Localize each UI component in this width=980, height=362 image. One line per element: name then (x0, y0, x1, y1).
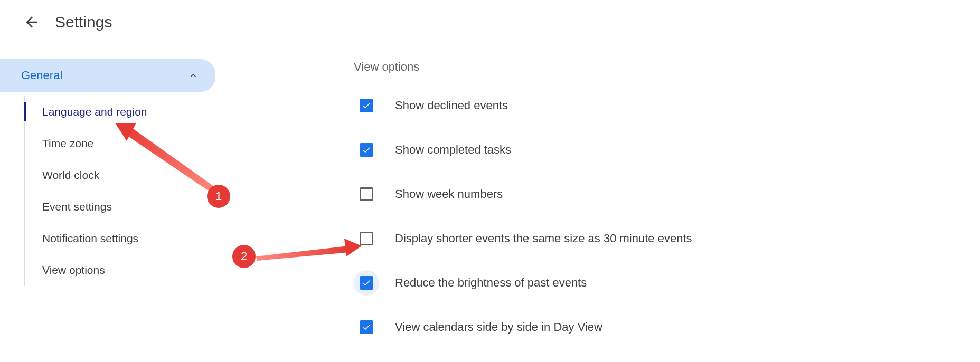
option-label: Show week numbers (395, 187, 503, 201)
section-title: View options (354, 60, 980, 74)
option-side-by-side: View calendars side by side in Day View (354, 315, 980, 340)
checkbox-wrap (354, 270, 379, 296)
checkbox-wrap (354, 137, 379, 163)
annotation-badge-2: 2 (232, 245, 256, 268)
checkbox-show-declined[interactable] (360, 99, 373, 112)
sidebar-item-label: Language and region (42, 106, 147, 118)
checkbox-wrap (354, 93, 379, 118)
sidebar-item-label: World clock (42, 169, 99, 181)
annotation-arrow-2 (253, 236, 364, 263)
checkbox-wrap (354, 182, 379, 207)
option-label: Reduce the brightness of past events (395, 276, 587, 290)
back-arrow-icon[interactable] (23, 14, 40, 31)
annotation-badge-label: 2 (241, 250, 247, 263)
sidebar-item-view-options[interactable]: View options (25, 254, 222, 286)
svg-marker-0 (124, 126, 214, 193)
sidebar-item-label: View options (42, 264, 105, 276)
checkbox-side-by-side[interactable] (360, 320, 373, 334)
checkbox-wrap (354, 315, 379, 340)
checkbox-show-week-numbers[interactable] (360, 187, 373, 201)
page-title: Settings (55, 13, 112, 31)
svg-marker-3 (344, 239, 362, 256)
sidebar-category-label: General (21, 69, 62, 82)
annotation-arrow-1 (111, 119, 222, 208)
annotation-badge-1: 1 (207, 185, 230, 208)
option-show-declined: Show declined events (354, 93, 980, 118)
sidebar-item-label: Notification settings (42, 232, 138, 244)
sidebar-item-label: Time zone (42, 137, 93, 149)
svg-marker-2 (256, 246, 350, 261)
sidebar-category-general[interactable]: General (0, 59, 215, 92)
option-label: View calendars side by side in Day View (395, 320, 602, 334)
option-label: Show completed tasks (395, 143, 511, 157)
checkbox-reduce-brightness[interactable] (360, 276, 373, 290)
settings-main: View options Show declined events Show c… (222, 44, 980, 359)
annotation-badge-label: 1 (215, 189, 222, 203)
checkbox-show-completed[interactable] (360, 143, 373, 157)
chevron-up-icon (188, 70, 199, 81)
option-label: Display shorter events the same size as … (395, 232, 692, 245)
option-show-week-numbers: Show week numbers (354, 182, 980, 207)
option-reduce-brightness: Reduce the brightness of past events (354, 270, 980, 296)
option-display-shorter-events: Display shorter events the same size as … (354, 226, 980, 251)
sidebar-item-label: Event settings (42, 201, 112, 213)
option-label: Show declined events (395, 99, 508, 112)
settings-header: Settings (0, 0, 980, 44)
option-show-completed: Show completed tasks (354, 137, 980, 163)
sidebar-item-notification-settings[interactable]: Notification settings (25, 223, 222, 254)
